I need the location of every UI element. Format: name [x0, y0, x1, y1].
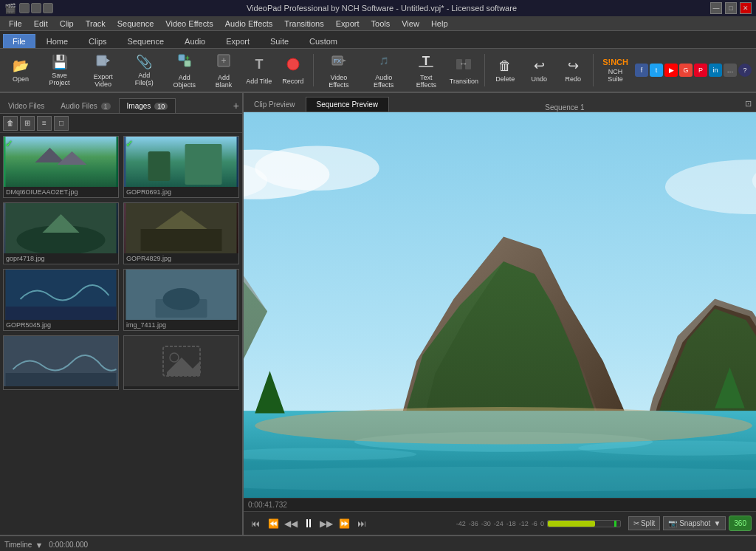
nch-suite-button[interactable]: S!NCH NCH Suite [597, 51, 633, 89]
rewind-button[interactable]: ◀◀ [284, 516, 298, 531]
close-button[interactable]: ✕ [740, 2, 752, 14]
add-media-button[interactable]: + [233, 100, 239, 112]
menu-view[interactable]: View [396, 18, 425, 30]
transition-button[interactable]: ↔ Transition [447, 51, 481, 89]
media-item-7[interactable] [3, 335, 119, 390]
nch-suite-label: NCH Suite [600, 68, 630, 83]
tab-file[interactable]: File [3, 34, 35, 48]
svg-point-8 [287, 58, 299, 70]
tab-audio-files[interactable]: Audio Files 1 [52, 98, 118, 113]
social-pinterest[interactable]: P [694, 64, 707, 77]
social-linkedin[interactable]: in [709, 64, 722, 77]
media-item-3[interactable]: gopr4718.jpg [3, 202, 119, 264]
tab-clip-preview[interactable]: Clip Preview [244, 97, 306, 112]
media-item-4-label: GOPR4829.jpg [124, 253, 238, 264]
tab-custom[interactable]: Custom [300, 34, 347, 48]
add-blank-button[interactable]: + Add Blank [206, 51, 241, 89]
tab-audio[interactable]: Audio [175, 34, 215, 48]
social-more[interactable]: … [724, 64, 737, 77]
timeline-label: Timeline [4, 541, 32, 549]
media-item-1-label: DMqt6OIUEAAO2ET.jpg [4, 187, 118, 197]
social-google[interactable]: G [679, 64, 693, 77]
media-delete-btn[interactable]: 🗑 [3, 116, 18, 131]
menu-sequence[interactable]: Sequence [111, 18, 160, 30]
split-button[interactable]: ✂Split [628, 516, 660, 530]
media-item-6[interactable]: img_7411.jpg [123, 269, 239, 331]
export-video-button[interactable]: Export Video [82, 51, 124, 89]
media-item-blank[interactable] [123, 335, 239, 390]
menu-audio-effects[interactable]: Audio Effects [219, 18, 279, 30]
delete-button[interactable]: 🗑 Delete [489, 51, 521, 89]
open-button[interactable]: 📂 Open [4, 51, 37, 89]
volume-slider[interactable] [547, 520, 621, 527]
next-frame-button[interactable]: ⏩ [337, 516, 351, 531]
svg-text:+: + [185, 54, 190, 62]
tab-suite[interactable]: Suite [261, 34, 298, 48]
prev-frame-button[interactable]: ⏪ [266, 516, 281, 531]
minimize-button[interactable]: — [710, 2, 722, 14]
tab-export[interactable]: Export [216, 34, 259, 48]
media-grid-btn[interactable]: ⊞ [20, 116, 35, 131]
skip-end-button[interactable]: ⏭ [354, 516, 369, 531]
menu-video-effects[interactable]: Video Effects [159, 18, 219, 30]
menu-transitions[interactable]: Transitions [278, 18, 329, 30]
audio-effects-button[interactable]: 🎵 Audio Effects [362, 51, 405, 89]
undo-button[interactable]: ↩ Undo [523, 51, 555, 89]
text-effects-button[interactable]: T Text Effects [407, 51, 446, 89]
maximize-button[interactable]: □ [725, 2, 737, 14]
social-youtube[interactable]: ▶ [664, 64, 678, 77]
menu-file[interactable]: File [3, 18, 28, 30]
media-item-2[interactable]: ✓ GOPR0691.jpg [123, 136, 239, 198]
tab-sequence[interactable]: Sequence [118, 34, 174, 48]
tab-images[interactable]: Images 10 [119, 98, 176, 113]
svg-rect-23 [185, 144, 222, 185]
save-project-button[interactable]: 💾 Save Project [38, 51, 80, 89]
vol-label-3: -30 [481, 520, 491, 527]
media-thumb-btn[interactable]: □ [54, 116, 69, 131]
snapshot-dropdown-icon[interactable]: ▼ [713, 519, 721, 527]
time-bar: 0:00:41.732 [244, 498, 756, 511]
media-toolbar: 🗑 ⊞ ≡ □ [0, 114, 242, 133]
svg-rect-2 [179, 55, 185, 61]
video-effects-button[interactable]: FX Video Effects [317, 51, 361, 89]
skip-start-button[interactable]: ⏮ [248, 516, 263, 531]
add-objects-button[interactable]: + Add Objects [164, 51, 205, 89]
add-title-button[interactable]: T Add Title [243, 51, 275, 89]
social-twitter[interactable]: t [650, 64, 663, 77]
social-facebook[interactable]: f [635, 64, 648, 77]
add-files-button[interactable]: 📎 Add File(s) [126, 51, 162, 89]
media-item-1[interactable]: ✓ DMqt6OIUEAAO2ET.jpg [3, 136, 119, 198]
add-title-icon: T [251, 56, 267, 76]
redo-button[interactable]: ↪ Redo [557, 51, 589, 89]
timeline-timecode: 0:00:00.000 [49, 541, 88, 549]
tab-home[interactable]: Home [37, 34, 78, 48]
tab-clips[interactable]: Clips [79, 34, 116, 48]
vr360-button[interactable]: 360 [729, 516, 752, 531]
timeline-expand-icon[interactable]: ▼ [35, 541, 43, 550]
add-files-icon: 📎 [136, 54, 152, 70]
add-blank-label: Add Blank [209, 74, 238, 89]
menu-edit[interactable]: Edit [28, 18, 54, 30]
audio-files-badge: 1 [101, 103, 111, 110]
media-item-5[interactable]: GOPR5045.jpg [3, 269, 119, 331]
timeline: Timeline ▼ 0:00:00.000 0:00:00.000 0:01:… [0, 535, 756, 551]
snapshot-button[interactable]: 📷 Snapshot ▼ [663, 516, 726, 530]
menu-track[interactable]: Track [80, 18, 111, 30]
social-help[interactable]: ? [738, 64, 752, 77]
svg-point-38 [170, 353, 179, 362]
svg-rect-0 [97, 55, 106, 66]
tab-video-files[interactable]: Video Files [0, 98, 52, 113]
media-list-btn[interactable]: ≡ [37, 116, 52, 131]
play-pause-button[interactable]: ⏸ [301, 516, 316, 531]
timeline-header: Timeline ▼ 0:00:00.000 [0, 536, 756, 551]
menu-tools[interactable]: Tools [365, 18, 396, 30]
forward-button[interactable]: ▶▶ [319, 516, 334, 531]
record-button[interactable]: Record [277, 51, 309, 89]
menu-clip[interactable]: Clip [54, 18, 80, 30]
add-objects-icon: + [176, 52, 193, 72]
menu-help[interactable]: Help [425, 18, 454, 30]
menu-export[interactable]: Export [330, 18, 365, 30]
preview-collapse-button[interactable]: ⊡ [740, 96, 756, 112]
media-item-4[interactable]: GOPR4829.jpg [123, 202, 239, 264]
tab-sequence-preview[interactable]: Sequence Preview [306, 97, 389, 112]
